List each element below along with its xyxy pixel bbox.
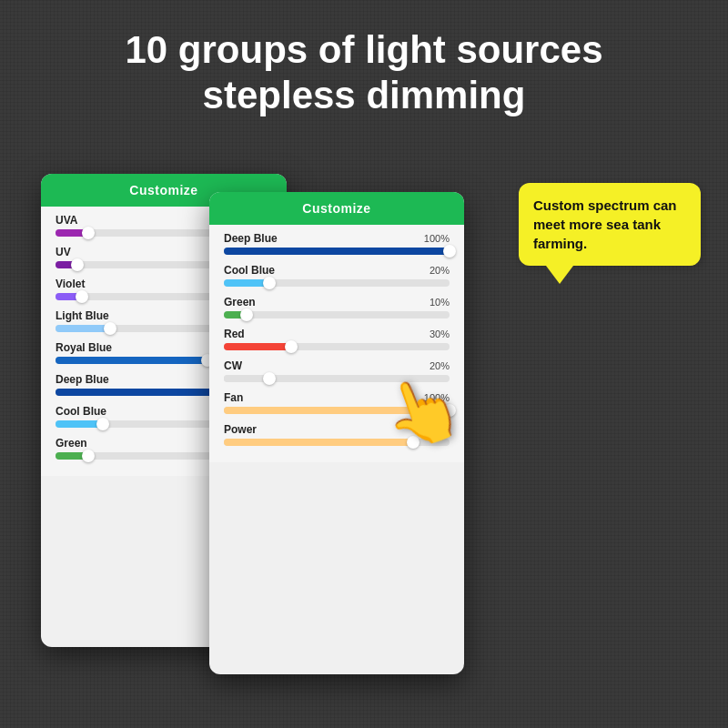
light-name: Fan [224, 391, 243, 404]
page-title: 10 groups of light sources stepless dimm… [0, 0, 728, 137]
slider-track[interactable] [224, 343, 450, 350]
speech-bubble: Custom spectrum can meet more sea tank f… [519, 183, 701, 266]
light-pct: 20% [430, 265, 450, 276]
slider-thumb[interactable] [71, 258, 84, 271]
light-name: Cool Blue [56, 405, 106, 418]
light-pct: 30% [430, 329, 450, 339]
light-name: Royal Blue [56, 341, 112, 354]
slider-fill [224, 248, 450, 255]
phones-container: Customize UVA15%UVVioletLight BlueRoyal … [0, 147, 728, 656]
slider-thumb[interactable] [76, 290, 88, 303]
light-name: Deep Blue [224, 232, 278, 245]
slider-fill [56, 325, 110, 332]
light-row: Cool Blue20% [224, 264, 450, 287]
light-name: Red [224, 328, 245, 340]
light-row: Green10% [224, 296, 450, 318]
light-row: Deep Blue100% [224, 232, 450, 255]
light-name: Deep Blue [56, 373, 109, 386]
slider-thumb[interactable] [96, 418, 109, 430]
light-pct: 10% [430, 297, 450, 308]
slider-track[interactable] [224, 248, 450, 255]
light-name: Power [224, 423, 257, 436]
slider-thumb[interactable] [443, 245, 456, 258]
slider-thumb[interactable] [82, 450, 95, 462]
slider-thumb[interactable] [263, 372, 276, 385]
slider-thumb[interactable] [240, 308, 253, 321]
slider-fill [224, 343, 291, 350]
slider-fill [56, 357, 207, 364]
slider-thumb[interactable] [285, 340, 298, 353]
light-name: UVA [56, 214, 77, 227]
slider-thumb[interactable] [104, 322, 116, 335]
slider-fill [224, 439, 413, 446]
light-name: Violet [56, 278, 85, 290]
light-name: Green [224, 296, 256, 308]
light-name: Light Blue [56, 309, 109, 322]
light-name: CW [224, 359, 242, 372]
slider-thumb[interactable] [82, 227, 95, 239]
slider-track[interactable] [224, 279, 450, 287]
slider-fill [56, 389, 228, 396]
slider-thumb[interactable] [263, 277, 276, 289]
light-pct: 100% [424, 233, 450, 244]
front-phone-header: Customize [209, 192, 464, 225]
slider-track[interactable] [224, 311, 450, 318]
light-name: Cool Blue [224, 264, 275, 277]
light-row: Red30% [224, 328, 450, 350]
light-name: UV [56, 246, 71, 258]
light-name: Green [56, 437, 87, 450]
